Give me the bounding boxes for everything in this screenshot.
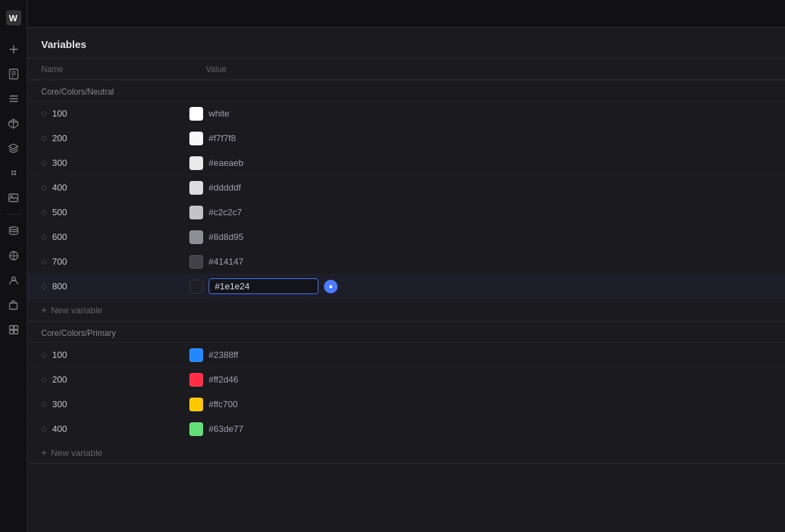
main-content: Variables Name Value Core/Colors/Neutral… bbox=[27, 0, 785, 532]
table-row[interactable]: ◇ 300 #ffc700 bbox=[27, 392, 785, 417]
add-icon[interactable] bbox=[3, 38, 25, 60]
add-variable-icon: + bbox=[41, 304, 47, 315]
variable-icon: ◇ bbox=[41, 208, 47, 217]
svg-rect-32 bbox=[10, 330, 14, 335]
color-swatch[interactable] bbox=[189, 181, 203, 195]
color-swatch[interactable] bbox=[189, 107, 203, 121]
color-swatch[interactable] bbox=[189, 206, 203, 219]
variable-icon: ◇ bbox=[41, 232, 47, 241]
table-row[interactable]: ◇ 500 #c2c2c7 bbox=[27, 200, 785, 225]
variable-icon: ◇ bbox=[41, 350, 47, 359]
app-logo: W bbox=[4, 8, 23, 27]
svg-rect-29 bbox=[10, 303, 17, 309]
var-name-neutral-500: 500 bbox=[52, 207, 189, 217]
table-row[interactable]: ◇ 200 #ff2d46 bbox=[27, 367, 785, 392]
color-swatch[interactable] bbox=[189, 422, 203, 436]
panel-title: Variables bbox=[41, 38, 86, 50]
var-name-neutral-400: 400 bbox=[52, 182, 189, 193]
database-icon[interactable] bbox=[3, 220, 25, 242]
panel-header: Variables bbox=[27, 27, 785, 59]
sidebar-divider bbox=[5, 214, 22, 215]
user-icon[interactable] bbox=[3, 269, 25, 291]
color-swatch[interactable] bbox=[189, 373, 203, 387]
table-row[interactable]: ◇ 700 #414147 bbox=[27, 250, 785, 274]
table-row-editing[interactable]: ◇ 800 ● bbox=[27, 274, 785, 299]
svg-point-16 bbox=[14, 171, 16, 173]
table-row[interactable]: ◇ 600 #8d8d95 bbox=[27, 225, 785, 250]
variable-icon: ◇ bbox=[41, 109, 47, 118]
color-swatch[interactable] bbox=[189, 348, 203, 362]
menu-icon[interactable] bbox=[3, 88, 25, 110]
var-value-text: #dddddf bbox=[209, 182, 241, 193]
svg-point-21 bbox=[10, 227, 18, 230]
color-swatch[interactable] bbox=[189, 132, 203, 145]
color-swatch[interactable] bbox=[189, 230, 203, 244]
table-row[interactable]: ◇ 200 #f7f7f8 bbox=[27, 126, 785, 151]
variable-icon: ◇ bbox=[41, 424, 47, 433]
var-value-cell: #414147 bbox=[189, 255, 771, 269]
var-value-text: #eaeaeb bbox=[209, 158, 244, 168]
var-value-text: #ff2d46 bbox=[209, 374, 238, 385]
var-value-cell: #2388ff bbox=[189, 348, 771, 362]
variable-icon: ◇ bbox=[41, 400, 47, 409]
var-value-cell: #dddddf bbox=[189, 181, 771, 195]
widgets-icon[interactable] bbox=[3, 319, 25, 341]
new-variable-label-neutral: New variable bbox=[51, 305, 102, 315]
sidebar: W bbox=[0, 0, 27, 532]
table-row[interactable]: ◇ 400 #dddddf bbox=[27, 176, 785, 200]
variable-icon: ◇ bbox=[41, 257, 47, 266]
box-icon[interactable] bbox=[3, 112, 25, 134]
var-value-cell: #eaeaeb bbox=[189, 156, 771, 170]
table-row[interactable]: ◇ 300 #eaeaeb bbox=[27, 151, 785, 176]
svg-point-18 bbox=[14, 173, 16, 176]
var-name-primary-300: 300 bbox=[52, 399, 189, 409]
variables-panel: Variables Name Value Core/Colors/Neutral… bbox=[27, 27, 785, 532]
image-icon[interactable] bbox=[3, 186, 25, 208]
new-variable-row-neutral[interactable]: + New variable bbox=[27, 299, 785, 322]
page-icon[interactable] bbox=[3, 63, 25, 85]
svg-text:W: W bbox=[9, 13, 18, 23]
variable-icon: ◇ bbox=[41, 375, 47, 384]
var-value-cell: #f7f7f8 bbox=[189, 132, 771, 145]
var-value-cell: #63de77 bbox=[189, 422, 771, 436]
var-value-text: #414147 bbox=[209, 256, 244, 267]
svg-point-23 bbox=[12, 254, 15, 258]
variable-icon: ◇ bbox=[41, 134, 47, 143]
component-icon[interactable] bbox=[3, 245, 25, 267]
table-row[interactable]: ◇ 100 #2388ff bbox=[27, 343, 785, 367]
var-name-primary-100: 100 bbox=[52, 350, 189, 360]
group-neutral-label: Core/Colors/Neutral bbox=[27, 80, 785, 101]
var-name-neutral-200: 200 bbox=[52, 133, 189, 143]
var-name-neutral-100: 100 bbox=[52, 108, 189, 119]
table-row[interactable]: ◇ 100 white bbox=[27, 101, 785, 126]
group-primary-label: Core/Colors/Primary bbox=[27, 322, 785, 343]
color-swatch[interactable] bbox=[189, 398, 203, 411]
new-variable-row-primary[interactable]: + New variable bbox=[27, 442, 785, 464]
paint-icon[interactable] bbox=[3, 162, 25, 184]
var-value-cell: #ffc700 bbox=[189, 398, 771, 411]
var-value-cell: #ff2d46 bbox=[189, 373, 771, 387]
table-row[interactable]: ◇ 400 #63de77 bbox=[27, 417, 785, 442]
column-name-header: Name bbox=[41, 64, 206, 74]
confirm-edit-button[interactable]: ● bbox=[324, 280, 338, 293]
var-name-neutral-300: 300 bbox=[52, 158, 189, 168]
svg-rect-30 bbox=[10, 326, 14, 330]
bag-icon[interactable] bbox=[3, 294, 25, 316]
var-value-text: #63de77 bbox=[209, 424, 244, 434]
layers-icon[interactable] bbox=[3, 137, 25, 159]
var-name-primary-200: 200 bbox=[52, 374, 189, 385]
svg-marker-14 bbox=[9, 144, 18, 149]
color-swatch[interactable] bbox=[189, 280, 203, 293]
svg-point-15 bbox=[11, 171, 13, 173]
color-swatch[interactable] bbox=[189, 156, 203, 170]
variable-icon: ◇ bbox=[41, 282, 47, 291]
var-value-cell: #c2c2c7 bbox=[189, 206, 771, 219]
variable-icon: ◇ bbox=[41, 158, 47, 167]
color-swatch[interactable] bbox=[189, 255, 203, 269]
var-value-input[interactable] bbox=[209, 278, 318, 294]
table-header: Name Value bbox=[27, 59, 785, 80]
top-bar bbox=[27, 0, 785, 27]
svg-point-28 bbox=[12, 277, 15, 280]
svg-rect-31 bbox=[14, 326, 18, 330]
var-value-text: #2388ff bbox=[209, 350, 238, 360]
